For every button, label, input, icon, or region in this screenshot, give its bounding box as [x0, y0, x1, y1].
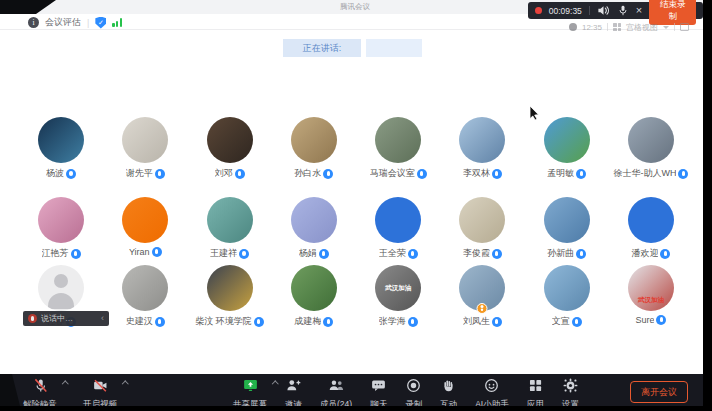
settings-button[interactable]: 设置: [555, 377, 586, 406]
participant-tile[interactable]: 孙白水: [272, 117, 356, 180]
share-screen-button[interactable]: 共享屏幕: [226, 377, 274, 406]
participant-name: 杨波: [46, 167, 64, 180]
view-mode-label[interactable]: 宫格视图: [626, 22, 658, 33]
participant-tile[interactable]: 史建汉: [103, 265, 187, 328]
participant-tile[interactable]: 刘邓: [188, 117, 272, 180]
clock-icon: [569, 23, 577, 31]
avatar: [544, 265, 590, 311]
members-button[interactable]: 成员(24): [313, 377, 359, 406]
avatar: [459, 197, 505, 243]
speaking-toast-text: 说话中…: [41, 313, 97, 324]
audio-connected-icon: [656, 315, 666, 325]
grid-view-icon[interactable]: [613, 23, 621, 31]
participant-tile[interactable]: 江艳芳: [19, 197, 103, 260]
participant-name-row: 刘凤生: [463, 315, 502, 328]
speaker-icon[interactable]: [597, 4, 610, 17]
caret-up-icon[interactable]: [272, 381, 278, 387]
speaking-toast[interactable]: 说话中… ‹: [23, 311, 109, 326]
mic-icon[interactable]: [617, 4, 629, 17]
participant-tile[interactable]: 武汉加油 Sure: [609, 265, 693, 328]
participant-tile[interactable]: 徐士华-助人WH: [609, 117, 693, 180]
participant-name-row: Sure: [635, 315, 666, 325]
participant-name: 孙新曲: [547, 247, 574, 260]
participant-tile[interactable]: 孙新曲: [525, 197, 609, 260]
participant-tile[interactable]: 武汉加油 张学海: [356, 265, 440, 328]
record-button[interactable]: 录制: [398, 377, 429, 406]
participant-name: 张学海: [379, 315, 406, 328]
participant-tile[interactable]: 李俊霞: [440, 197, 524, 260]
audio-connected-icon: [323, 169, 333, 179]
invite-icon: [285, 377, 302, 398]
caret-up-icon[interactable]: [122, 381, 128, 387]
toolbar-left-group: 解除静音 开启视频: [16, 377, 124, 406]
interact-button[interactable]: 互动: [433, 377, 464, 406]
participant-tile[interactable]: 马瑞会议室: [356, 117, 440, 180]
mouse-cursor: [529, 105, 541, 121]
participant-name-row: 徐士华-助人WH: [613, 167, 688, 180]
toolbar-center-group: 共享屏幕 邀请 成员(24) 聊天 录制 互动: [226, 377, 586, 406]
unmute-button[interactable]: 解除静音: [16, 377, 64, 406]
participant-tile[interactable]: 刘凤生: [440, 265, 524, 328]
avatar: [459, 117, 505, 163]
audio-connected-icon: [319, 249, 329, 259]
participant-tile[interactable]: 欢迎 潘欢迎: [609, 197, 693, 260]
participant-tile[interactable]: 谢先平: [103, 117, 187, 180]
participant-tile[interactable]: 王建祥: [188, 197, 272, 260]
bottom-toolbar: 解除静音 开启视频 共享屏幕 邀请 成员(24): [0, 374, 703, 406]
participant-name: 孙白水: [294, 167, 321, 180]
leave-meeting-button[interactable]: 离开会议: [630, 381, 688, 403]
chat-button[interactable]: 聊天: [363, 377, 394, 406]
speaking-banner-names: [366, 39, 422, 57]
avatar: [38, 265, 84, 311]
meeting-evaluation-link[interactable]: 会议评估: [45, 16, 81, 29]
camera-off-icon: [92, 377, 109, 398]
close-icon[interactable]: ×: [636, 5, 642, 16]
share-screen-icon: [242, 377, 259, 398]
info-icon[interactable]: i: [28, 17, 39, 28]
network-signal-icon[interactable]: [112, 18, 122, 27]
recording-control-bar: 00:09:35 × 结束录制: [528, 2, 703, 19]
apps-button[interactable]: 应用: [520, 377, 551, 406]
caret-up-icon[interactable]: [62, 381, 68, 387]
ai-assistant-button[interactable]: AI小助手: [468, 377, 516, 406]
audio-connected-icon: [660, 249, 670, 259]
window-title: 腾讯会议: [300, 2, 410, 12]
participant-name: 李双林: [463, 167, 490, 180]
start-video-button[interactable]: 开启视频: [76, 377, 124, 406]
elapsed-time: 12:35: [582, 23, 602, 32]
audio-connected-icon: [492, 249, 502, 259]
fullscreen-icon[interactable]: [680, 23, 689, 31]
participant-name: 谢先平: [126, 167, 153, 180]
participant-tile[interactable]: 杨波: [19, 117, 103, 180]
participant-tile[interactable]: 李双林: [440, 117, 524, 180]
hand-icon: [440, 377, 457, 398]
settings-icon: [562, 377, 579, 398]
avatar: [122, 265, 168, 311]
avatar: 全荣: [375, 197, 421, 243]
participant-row: 杨波 谢先平 刘邓 孙白水 马瑞会议室 李双林: [19, 117, 693, 180]
avatar: [122, 197, 168, 243]
participant-name-row: 成建梅: [294, 315, 333, 328]
participant-tile[interactable]: 孟明敏: [525, 117, 609, 180]
avatar-caption: 武汉加油: [375, 284, 421, 293]
collapse-chevron-icon[interactable]: ‹: [101, 314, 104, 323]
participant-tile[interactable]: 全荣 王全荣: [356, 197, 440, 260]
participant-tile[interactable]: 文宣: [525, 265, 609, 328]
avatar: [459, 265, 505, 311]
caret-down-icon[interactable]: [663, 26, 669, 29]
shield-check-icon[interactable]: ✓: [95, 17, 106, 29]
participant-tile[interactable]: Yiran: [103, 197, 187, 260]
audio-connected-icon: [254, 317, 264, 327]
avatar: [38, 197, 84, 243]
participant-name: Yiran: [129, 247, 150, 257]
audio-connected-icon: [408, 317, 418, 327]
avatar: [122, 117, 168, 163]
participant-tile[interactable]: 杨娟: [272, 197, 356, 260]
invite-button[interactable]: 邀请: [278, 377, 309, 406]
participant-tile[interactable]: 柴汶 环境学院: [188, 265, 272, 328]
recording-dot: [535, 7, 542, 14]
participant-name: 杨娟: [299, 247, 317, 260]
participant-name: 成建梅: [294, 315, 321, 328]
participant-tile[interactable]: 成建梅: [272, 265, 356, 328]
audio-connected-icon: [492, 169, 502, 179]
